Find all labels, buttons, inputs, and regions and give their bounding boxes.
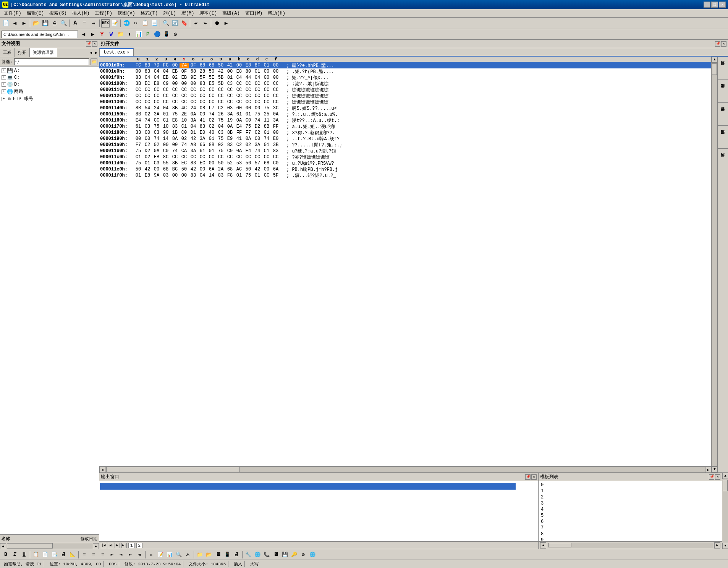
hex-byte[interactable]: 75 <box>134 148 143 154</box>
hex-byte[interactable]: CC <box>198 154 207 160</box>
right-panel-close[interactable]: ✕ <box>721 41 726 47</box>
hex-byte[interactable]: 00 <box>180 173 189 178</box>
hex-byte[interactable]: CC <box>235 81 244 86</box>
hex-byte[interactable]: 42 <box>143 167 152 172</box>
hex-byte[interactable]: 7D <box>152 63 161 68</box>
hex-row[interactable]: 00001190h:000074148A02423A0175E9410AC074… <box>99 136 711 142</box>
hex-byte[interactable]: 75 <box>244 173 253 178</box>
hex-byte[interactable]: FC <box>134 63 143 68</box>
hex-byte[interactable]: CC <box>134 87 143 93</box>
hex-byte[interactable]: CC <box>262 81 271 86</box>
hex-byte[interactable]: 41 <box>235 136 244 141</box>
page-2[interactable]: 2 <box>136 543 143 548</box>
hex-byte[interactable]: C0 <box>198 112 207 117</box>
hex-byte[interactable]: 6A <box>207 167 216 172</box>
hex-byte[interactable]: C9 <box>161 81 170 86</box>
menu-view[interactable]: 视图(V) <box>115 9 138 17</box>
hex-byte[interactable]: 01 <box>262 130 271 135</box>
hex-content[interactable]: 00001d0h:FC837DFC00740F6868504200E88F010… <box>99 62 711 466</box>
hex-byte[interactable]: E9 <box>225 136 235 141</box>
menu-advanced[interactable]: 高级(A) <box>220 9 242 17</box>
hex-byte[interactable]: EB <box>180 75 189 80</box>
hex-byte[interactable]: 10 <box>161 124 170 129</box>
preview-button[interactable]: 🔍 <box>59 19 68 28</box>
hex-byte[interactable]: 83 <box>170 124 180 129</box>
hex-byte[interactable]: CC <box>189 99 198 105</box>
output-pin[interactable]: 📌 <box>525 474 531 480</box>
hex-byte[interactable]: 9A <box>152 173 161 178</box>
hex-byte[interactable]: C1 <box>262 148 271 154</box>
hex-byte[interactable]: C0 <box>143 130 152 135</box>
hex-byte[interactable]: CC <box>244 87 253 93</box>
hex-byte[interactable]: 8C <box>161 154 170 160</box>
hex-byte[interactable]: 3A <box>253 142 262 148</box>
bt-15[interactable]: 📊 <box>165 550 174 559</box>
hex-byte[interactable]: 26 <box>216 112 225 117</box>
hex-row[interactable]: 00001e0h:0083C404EB0F6828504200E88001000… <box>99 68 711 75</box>
hex-byte[interactable]: CC <box>271 99 280 105</box>
address-input[interactable] <box>2 31 78 38</box>
redo-button[interactable]: ↪ <box>201 19 209 28</box>
close-button[interactable]: ✕ <box>719 2 726 8</box>
hex-byte[interactable]: 11 <box>262 118 271 123</box>
hex-byte[interactable]: CC <box>225 99 235 105</box>
bt-25[interactable]: 📞 <box>262 550 271 559</box>
hex-row[interactable]: 000011c0h:C102EB8CCCCCCCCCCCCCCCCCCCCCCC… <box>99 154 711 160</box>
hex-byte[interactable]: 01 <box>134 173 143 178</box>
hex-byte[interactable]: 74 <box>180 142 189 148</box>
bt-18[interactable]: 📁 <box>196 550 204 559</box>
print-button[interactable]: 🖨 <box>50 19 58 28</box>
hex-byte[interactable]: C1 <box>180 124 189 129</box>
copy-button[interactable]: 📋 <box>141 19 149 28</box>
hex-byte[interactable]: 83 <box>216 173 225 178</box>
hex-byte[interactable]: CC <box>225 93 235 99</box>
hex-byte[interactable]: 04 <box>161 69 170 74</box>
hex-byte[interactable]: 2E <box>180 112 189 117</box>
output-nav-last[interactable]: ▶| <box>121 543 127 548</box>
hex-byte[interactable]: CC <box>134 99 143 105</box>
hex-scroll-left[interactable]: ◀ <box>99 467 105 472</box>
addr-icon-6[interactable]: ⬆ <box>125 30 134 39</box>
hex-byte[interactable]: 00 <box>161 142 170 148</box>
hex-byte[interactable]: BC <box>170 167 180 172</box>
hex-byte[interactable]: 00 <box>152 167 161 172</box>
hex-byte[interactable]: 0A <box>152 148 161 154</box>
hex-byte[interactable]: 02 <box>207 118 216 123</box>
hex-byte[interactable]: 00 <box>198 167 207 172</box>
addr-icon-5[interactable]: 📁 <box>116 30 125 39</box>
hex-byte[interactable]: 02 <box>170 75 180 80</box>
hex-byte[interactable]: AC <box>235 167 244 172</box>
hex-scroll-right[interactable]: ▶ <box>705 467 711 472</box>
file-tab-open[interactable]: 打开 <box>15 48 30 57</box>
indent-button[interactable]: ⇥ <box>89 19 98 28</box>
hex-byte[interactable]: 75 <box>262 105 271 111</box>
bt-1[interactable]: 📋 <box>32 550 40 559</box>
hex-byte[interactable]: 00 <box>262 75 271 80</box>
addr-icon-8[interactable]: P <box>144 30 152 39</box>
hex-byte[interactable]: 50 <box>216 161 225 166</box>
bt-11[interactable]: ⇤ <box>126 550 134 559</box>
tree-expand-network[interactable]: + <box>2 89 6 94</box>
hex-scrollbar-v[interactable]: ▲ ▼ <box>711 57 717 472</box>
hex-row[interactable]: 00001150h:8B023A01752E0AC074263A61017525… <box>99 111 711 117</box>
hex-byte[interactable]: FF <box>271 124 280 129</box>
addr-icon-4[interactable]: W <box>107 30 115 39</box>
output-nav-next[interactable]: ▶ <box>115 543 120 548</box>
hex-byte[interactable]: CC <box>170 154 180 160</box>
file-tree-scrollbar-h[interactable]: ◀ ▶ <box>0 543 99 549</box>
hex-byte[interactable]: CC <box>152 87 161 93</box>
hex-byte[interactable]: 61 <box>198 148 207 154</box>
hex-byte[interactable]: 83 <box>143 69 152 74</box>
hex-byte[interactable]: 50 <box>207 69 216 74</box>
hex-byte[interactable]: 83 <box>198 124 207 129</box>
tab-left-arrow[interactable]: ◀ <box>88 49 94 57</box>
hex-byte[interactable]: 33 <box>134 130 143 135</box>
hex-byte[interactable]: 74 <box>262 136 271 141</box>
rs-data-compare[interactable]: 数据对比 <box>718 80 728 102</box>
hex-byte[interactable]: C1 <box>161 118 170 123</box>
hex-byte[interactable]: 04 <box>253 75 262 80</box>
hex-byte[interactable]: 8A <box>170 136 180 141</box>
hex-byte[interactable]: C3 <box>216 130 225 135</box>
bt-14[interactable]: 📝 <box>156 550 165 559</box>
hex-byte[interactable]: EC <box>180 161 189 166</box>
